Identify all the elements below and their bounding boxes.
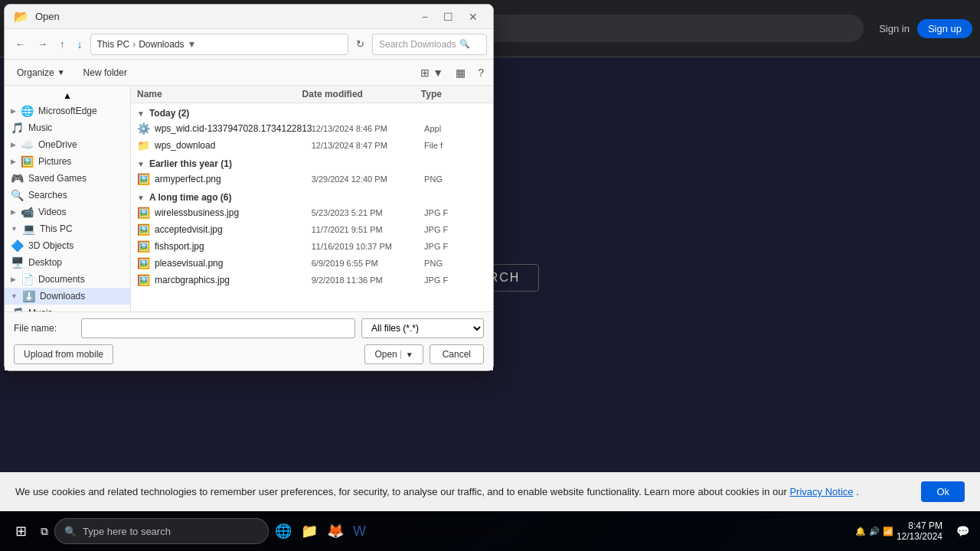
- file-date: 9/2/2018 11:36 PM: [312, 276, 424, 285]
- layout-button[interactable]: ▦: [452, 64, 469, 82]
- taskbar: ⊞ ⧉ 🔍 Type here to search 🌐 📁 🦊 W 🔔 🔊 📶 …: [0, 511, 980, 551]
- file-icon: 🖼️: [137, 173, 150, 185]
- word-taskbar-icon[interactable]: W: [350, 520, 369, 543]
- file-row[interactable]: 🖼️ wirelessbusiness.jpg 5/23/2023 5:21 P…: [131, 204, 493, 221]
- file-row[interactable]: 🖼️ marcbgraphics.jpg 9/2/2018 11:36 PM J…: [131, 272, 493, 289]
- taskbar-search-placeholder: Type here to search: [83, 526, 171, 537]
- file-row[interactable]: 🖼️ acceptedvisit.jpg 11/7/2021 9:51 PM J…: [131, 221, 493, 238]
- nav-back-button[interactable]: ←: [11, 35, 30, 53]
- sidebar-item-savedgames[interactable]: 🎮 Saved Games: [5, 170, 130, 187]
- file-icon: 📁: [137, 139, 150, 152]
- file-row[interactable]: ⚙️ wps_wid.cid-1337947028.1734122813.exe…: [131, 120, 493, 137]
- file-type: JPG F: [424, 225, 487, 234]
- dialog-maximize-button[interactable]: ☐: [437, 8, 459, 26]
- sidebar-item-microsoftedge[interactable]: ▶ 🌐 MicrosoftEdge: [5, 103, 130, 119]
- cancel-button[interactable]: Cancel: [430, 344, 484, 364]
- sidebar-item-searches[interactable]: 🔍 Searches: [5, 187, 130, 204]
- sign-up-button[interactable]: Sign up: [917, 19, 972, 38]
- onedrive-icon: ☁️: [21, 139, 34, 151]
- file-row[interactable]: 🖼️ fishsport.jpg 11/16/2019 10:37 PM JPG…: [131, 238, 493, 255]
- dialog-window-controls: − ☐ ✕: [416, 8, 484, 26]
- dialog-title-text: Open: [35, 11, 60, 22]
- sidebar-item-3dobjects[interactable]: 🔷 3D Objects: [5, 237, 130, 254]
- file-type: Appl: [424, 124, 487, 133]
- dialog-search-box[interactable]: Search Downloads 🔍: [372, 34, 487, 55]
- file-row[interactable]: 🖼️ armyperfect.png 3/29/2024 12:40 PM PN…: [131, 171, 493, 187]
- new-folder-button[interactable]: New folder: [77, 64, 133, 81]
- videos-icon: 📹: [21, 206, 34, 218]
- file-date: 12/13/2024 8:46 PM: [312, 124, 424, 133]
- downloads-icon: ⬇️: [22, 290, 35, 302]
- view-toggle-button[interactable]: ⊞ ▼: [417, 64, 446, 82]
- desktop-icon: 🖥️: [11, 256, 24, 269]
- open-button[interactable]: Open ▼: [364, 344, 423, 364]
- sidebar-item-videos[interactable]: ▶ 📹 Videos: [5, 204, 130, 220]
- group-today[interactable]: ▼ Today (2): [131, 103, 493, 120]
- cookie-text: We use cookies and related technologies …: [15, 486, 906, 497]
- open-dropdown-arrow[interactable]: ▼: [400, 350, 413, 359]
- privacy-notice-link[interactable]: Privacy Notice: [789, 486, 853, 497]
- group-collapse-earlier: ▼: [137, 160, 145, 168]
- task-view-button[interactable]: ⧉: [38, 522, 51, 541]
- music-icon: 🎵: [11, 122, 24, 134]
- group-earlier-this-year[interactable]: ▼ Earlier this year (1): [131, 154, 493, 171]
- edge-taskbar-icon[interactable]: 🌐: [272, 520, 295, 543]
- sidebar-item-downloads[interactable]: ▼ ⬇️ Downloads: [5, 288, 130, 305]
- col-header-type: Type: [421, 89, 487, 99]
- upload-mobile-button[interactable]: Upload from mobile: [14, 344, 113, 364]
- group-collapse-today: ▼: [137, 109, 145, 118]
- searches-icon: 🔍: [11, 189, 24, 201]
- dialog-search-icon: 🔍: [459, 39, 470, 49]
- help-button[interactable]: ?: [475, 64, 487, 82]
- file-type: JPG F: [424, 276, 487, 285]
- group-collapse-long: ▼: [137, 194, 145, 202]
- sidebar-scroll-up[interactable]: ▲: [5, 89, 130, 103]
- sidebar-item-desktop[interactable]: 🖥️ Desktop: [5, 254, 130, 271]
- sidebar-item-pictures[interactable]: ▶ 🖼️ Pictures: [5, 153, 130, 170]
- nav-forward-button[interactable]: →: [33, 35, 52, 53]
- taskbar-clock: 8:47 PM 12/13/2024: [897, 520, 950, 542]
- notifications-button[interactable]: 💬: [953, 522, 972, 540]
- organize-button[interactable]: Organize ▼: [11, 64, 71, 81]
- sidebar-item-music[interactable]: 🎵 Music: [5, 119, 130, 136]
- sidebar-item-music2[interactable]: 🎵 Music: [5, 305, 130, 311]
- file-icon: 🖼️: [137, 274, 150, 286]
- breadcrumb-bar[interactable]: This PC › Downloads ▼: [90, 34, 349, 55]
- taskbar-search[interactable]: 🔍 Type here to search: [54, 518, 269, 544]
- dialog-close-button[interactable]: ✕: [462, 8, 484, 26]
- file-icon: 🖼️: [137, 207, 150, 219]
- dialog-main-area: ▲ ▶ 🌐 MicrosoftEdge 🎵 Music ▶ ☁️ OneDriv…: [5, 86, 493, 311]
- group-long-time-ago[interactable]: ▼ A long time ago (6): [131, 187, 493, 204]
- breadcrumb-pc: This PC: [97, 39, 130, 50]
- file-name: armyperfect.png: [155, 174, 312, 184]
- pictures-icon: 🖼️: [21, 155, 34, 168]
- nav-refresh-button[interactable]: ↻: [351, 35, 369, 53]
- nav-up-button[interactable]: ↑: [55, 35, 70, 53]
- dialog-minimize-button[interactable]: −: [416, 8, 434, 26]
- file-name: fishsport.jpg: [155, 241, 312, 252]
- thispc-icon: 💻: [22, 223, 35, 235]
- firefox-taskbar-icon[interactable]: 🦊: [324, 520, 347, 543]
- breadcrumb-chevron1: ›: [132, 39, 136, 50]
- dialog-title: 📂 Open: [14, 9, 60, 24]
- file-row[interactable]: 📁 wps_download 12/13/2024 8:47 PM File f: [131, 137, 493, 154]
- file-name: acceptedvisit.jpg: [155, 224, 312, 235]
- explorer-taskbar-icon[interactable]: 📁: [298, 520, 321, 543]
- col-header-date: Date modified: [302, 89, 421, 99]
- file-row[interactable]: 🖼️ pleasevisual.png 6/9/2019 6:55 PM PNG: [131, 255, 493, 272]
- nav-down-arrow-button[interactable]: ↓: [73, 35, 87, 54]
- dialog-title-icon: 📂: [14, 9, 29, 24]
- dialog-file-list: Name Date modified Type ▼ Today (2) ⚙️ w…: [131, 86, 493, 311]
- cookie-ok-button[interactable]: Ok: [921, 481, 965, 502]
- sidebar-item-onedrive[interactable]: ▶ ☁️ OneDrive: [5, 136, 130, 153]
- filetype-select[interactable]: All files (*.*): [361, 318, 484, 338]
- file-type: JPG F: [424, 208, 487, 217]
- start-button[interactable]: ⊞: [8, 518, 34, 544]
- filename-input[interactable]: [81, 318, 355, 338]
- sidebar-item-documents[interactable]: ▶ 📄 Documents: [5, 271, 130, 288]
- sidebar-item-thispc[interactable]: ▼ 💻 This PC: [5, 220, 130, 237]
- file-icon: ⚙️: [137, 122, 150, 135]
- filename-label: File name:: [14, 323, 75, 334]
- sign-in-button[interactable]: Sign in: [876, 20, 913, 37]
- file-date: 11/16/2019 10:37 PM: [312, 242, 424, 251]
